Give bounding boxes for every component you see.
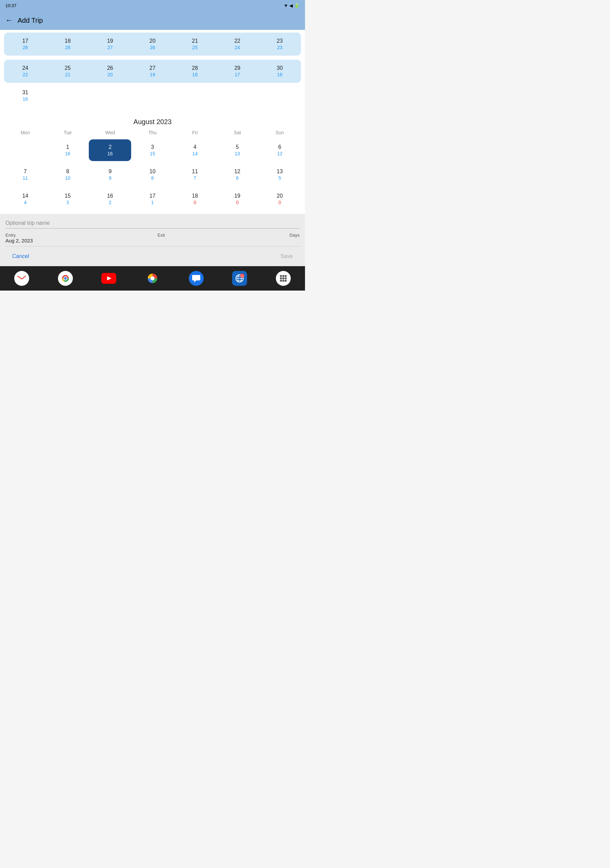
svg-point-21	[280, 280, 282, 282]
svg-point-18	[280, 277, 282, 279]
svg-point-19	[282, 277, 284, 279]
aug-week-2: 7 11 8 10 9 9 10 8 11 7 12 6	[4, 163, 301, 187]
july-week-2: 24 22 25 21 26 20 27 19 28 18	[4, 60, 301, 83]
table-row[interactable]: 10 8	[131, 164, 173, 186]
wifi-icon: ▼	[284, 3, 288, 8]
divider	[5, 246, 300, 246]
cancel-button[interactable]: Cancel	[5, 251, 36, 262]
table-row[interactable]: 8 10	[46, 164, 89, 186]
passport-icon[interactable]: ✓	[232, 271, 247, 286]
july-week-3: 31 16	[4, 84, 301, 107]
july-section: 17 28 18 28 19 27 20 26 21 25	[0, 30, 305, 108]
status-time: 10:37	[5, 3, 17, 8]
apps-icon[interactable]	[276, 271, 291, 286]
table-row[interactable]: 6 12	[259, 140, 301, 161]
day-headers: Mon Tue Wed Thu Fri Sat Sun	[4, 129, 301, 138]
youtube-icon[interactable]	[101, 273, 116, 284]
app-header: ← Add Trip	[0, 11, 305, 30]
nav-bar: ✓	[0, 266, 305, 291]
photos-icon[interactable]	[145, 271, 160, 286]
entry-value: Aug 2, 2023	[5, 238, 33, 243]
table-row[interactable]: 30 16	[259, 62, 301, 81]
table-row[interactable]: 19 0	[216, 188, 259, 210]
entry-label: Entry	[5, 232, 33, 238]
august-section: August 2023 Mon Tue Wed Thu Fri Sat Sun …	[0, 108, 305, 211]
table-row[interactable]: 11 7	[174, 164, 216, 186]
table-row[interactable]: 2 16	[89, 140, 131, 161]
table-row[interactable]: 13 5	[259, 164, 301, 186]
battery-icon: 🔋	[294, 3, 300, 8]
table-row[interactable]: 4 14	[174, 140, 216, 161]
day-header-wed: Wed	[89, 130, 131, 135]
back-button[interactable]: ←	[5, 16, 13, 25]
day-header-sun: Sun	[259, 130, 301, 135]
table-row[interactable]: 21 25	[174, 34, 216, 54]
trip-name-input[interactable]	[5, 218, 300, 228]
messages-icon[interactable]	[189, 271, 204, 286]
day-header-mon: Mon	[4, 130, 46, 135]
table-row[interactable]: 20 0	[259, 188, 301, 210]
table-row[interactable]: 29 17	[216, 62, 259, 81]
table-row[interactable]: 9 9	[89, 164, 131, 186]
table-row[interactable]: 24 22	[4, 62, 46, 81]
table-row[interactable]: 15 3	[46, 188, 89, 210]
table-row[interactable]: 17 28	[4, 34, 46, 54]
svg-point-23	[285, 280, 287, 282]
table-row[interactable]: 17 1	[131, 188, 173, 210]
july-week-1-highlight: 17 28 18 28 19 27 20 26 21 25	[4, 33, 301, 56]
table-row[interactable]: 1 16	[46, 140, 89, 161]
july-week-2-highlight: 24 22 25 21 26 20 27 19 28 18	[4, 60, 301, 83]
aug-week-1: 1 16 2 16 3 15 4 14 5 13 6 12	[4, 138, 301, 163]
day-header-sat: Sat	[216, 130, 259, 135]
action-row: Cancel Save	[5, 251, 300, 264]
table-row[interactable]: 7 11	[4, 164, 46, 186]
table-row[interactable]: 26 20	[89, 62, 131, 81]
status-icons: ▼ ◀ 🔋	[284, 3, 300, 8]
table-row[interactable]: 3 15	[131, 140, 173, 161]
svg-point-7	[150, 276, 155, 281]
table-row[interactable]: 20 26	[131, 34, 173, 54]
table-row[interactable]: 19 27	[89, 34, 131, 54]
status-bar: 10:37 ▼ ◀ 🔋	[0, 0, 305, 11]
chrome-icon[interactable]	[58, 271, 73, 286]
table-row[interactable]	[4, 140, 46, 161]
page-title: Add Trip	[18, 17, 43, 25]
aug-week-3: 14 4 15 3 16 2 17 1 18 0 19 0	[4, 187, 301, 211]
svg-point-17	[285, 275, 287, 277]
table-row[interactable]: 22 24	[216, 34, 259, 54]
svg-point-15	[280, 275, 282, 277]
svg-point-4	[64, 277, 67, 280]
svg-point-16	[282, 275, 284, 277]
table-row[interactable]: 25 21	[46, 62, 89, 81]
table-row[interactable]: 31 16	[4, 86, 46, 105]
table-row[interactable]: 14 4	[4, 188, 46, 210]
table-row[interactable]: 27 19	[131, 62, 173, 81]
svg-point-22	[282, 280, 284, 282]
gmail-icon[interactable]	[14, 271, 29, 286]
table-row[interactable]: 23 23	[259, 34, 301, 54]
entry-exit-row: Entry Aug 2, 2023 Exit Days	[5, 232, 300, 243]
july-week-1: 17 28 18 28 19 27 20 26 21 25	[4, 33, 301, 56]
exit-column: Exit	[158, 232, 165, 238]
calendar-container: 17 28 18 28 19 27 20 26 21 25	[0, 30, 305, 266]
entry-column: Entry Aug 2, 2023	[5, 232, 33, 243]
table-row[interactable]: 18 28	[46, 34, 89, 54]
table-row[interactable]: 12 6	[216, 164, 259, 186]
month-label: August 2023	[4, 118, 301, 126]
svg-text:✓: ✓	[241, 274, 244, 278]
signal-icon: ◀	[290, 3, 293, 8]
table-row[interactable]: 28 18	[174, 62, 216, 81]
days-label: Days	[290, 232, 300, 238]
days-column: Days	[290, 232, 300, 238]
bottom-form: Entry Aug 2, 2023 Exit Days Cancel Save	[0, 214, 305, 266]
day-header-thu: Thu	[131, 130, 173, 135]
exit-label: Exit	[158, 232, 165, 238]
save-button[interactable]: Save	[274, 251, 300, 262]
table-row[interactable]: 18 0	[174, 188, 216, 210]
day-header-fri: Fri	[174, 130, 216, 135]
table-row[interactable]: 16 2	[89, 188, 131, 210]
table-row[interactable]: 5 13	[216, 140, 259, 161]
svg-point-20	[285, 277, 287, 279]
day-header-tue: Tue	[46, 130, 89, 135]
